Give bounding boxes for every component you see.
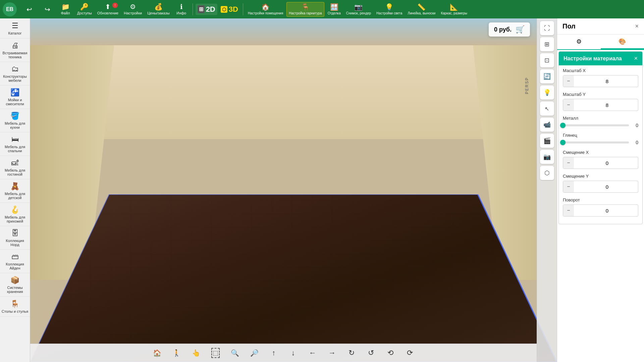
- sidebar-item-constructors[interactable]: 🗂 Конструкторы мебели: [0, 62, 30, 85]
- furniture-settings-button[interactable]: 🪑 Настройка гарнитура: [286, 2, 324, 17]
- grid-button[interactable]: ⊞: [540, 37, 554, 51]
- light-settings-button[interactable]: 💡 Настройки света: [374, 2, 404, 16]
- crop-button[interactable]: ⊡: [540, 53, 554, 67]
- access-button[interactable]: 🔑 Доступы: [75, 2, 94, 16]
- view-2d-button[interactable]: ⊞ 2D: [196, 4, 217, 15]
- sidebar-item-storage[interactable]: 📦 Системы хранения: [0, 273, 30, 297]
- material-panel-close-button[interactable]: ×: [634, 55, 638, 62]
- panel-close-button[interactable]: ×: [635, 23, 639, 30]
- prices-button[interactable]: 💰 Цены/заказы: [145, 2, 171, 16]
- select-rect-icon: ⬚: [211, 348, 220, 358]
- cart-icon[interactable]: 🛒: [516, 25, 525, 34]
- tables-icon: 🪑: [10, 300, 19, 308]
- gloss-slider-track[interactable]: [563, 141, 629, 143]
- offset-x-input[interactable]: [574, 158, 638, 168]
- metal-slider-track[interactable]: [563, 124, 629, 126]
- gloss-slider-container: 0: [563, 140, 638, 145]
- sidebar-item-kids[interactable]: 🧸 Мебель для детской: [0, 179, 30, 203]
- rotation-input[interactable]: [574, 206, 638, 216]
- info-button[interactable]: ℹ Инфо: [173, 2, 190, 16]
- sidebar-item-builtin[interactable]: 🖨 Встраиваемая техника: [0, 39, 30, 62]
- sidebar-item-sinks[interactable]: 🚰 Мойки и смесители: [0, 85, 30, 109]
- undo-icon: ↩: [26, 6, 32, 13]
- home-view-button[interactable]: 🏠: [151, 347, 163, 359]
- metal-slider-thumb[interactable]: [560, 123, 566, 128]
- scale-x-label: Масштаб X: [563, 68, 638, 73]
- walk-button[interactable]: 🚶: [170, 347, 183, 359]
- scale-x-minus-button[interactable]: −: [563, 75, 574, 87]
- hallway-icon: 🪝: [10, 205, 19, 214]
- scale-y-input[interactable]: [574, 100, 638, 110]
- tab-settings[interactable]: ⚙: [557, 35, 601, 49]
- price-badge: 0 руб. 🛒: [489, 22, 530, 37]
- sidebar-item-bedroom[interactable]: 🛏 Мебель для спальни: [0, 132, 30, 156]
- sidebar-item-tables[interactable]: 🪑 Столы и стулья: [0, 297, 30, 317]
- prices-icon: 💰: [154, 3, 163, 10]
- camera-button[interactable]: 📷: [540, 150, 554, 164]
- sidebar-item-hallway[interactable]: 🪝 Мебель для прихожей: [0, 203, 30, 226]
- offset-x-minus-button[interactable]: −: [563, 157, 574, 169]
- rotate-ccw-icon: ↺: [368, 349, 374, 357]
- sidebar-item-aiden[interactable]: 🗃 Коллекция Айден: [0, 250, 30, 273]
- move-right-button[interactable]: →: [326, 347, 338, 359]
- file-button[interactable]: 📁 Файл: [57, 2, 74, 16]
- app-logo[interactable]: EB: [3, 2, 17, 16]
- ruler-button[interactable]: 📏 Линейка, выноски: [406, 2, 437, 16]
- move-down-button[interactable]: ↓: [287, 347, 300, 359]
- update-icon: ⬆: [105, 3, 111, 10]
- zoom-out-button[interactable]: 🔎: [248, 347, 261, 359]
- cursor-button[interactable]: ↖: [540, 102, 554, 116]
- kitchen-icon: 🪣: [10, 112, 19, 120]
- view-3d-button[interactable]: ⬡ 3D: [219, 4, 240, 15]
- rotate3d-icon: 🔄: [543, 73, 551, 80]
- move-left-button[interactable]: ←: [306, 347, 319, 359]
- video-button[interactable]: 📹: [540, 118, 554, 132]
- fullscreen-button[interactable]: ⛶: [540, 21, 554, 35]
- tab-paint[interactable]: 🎨: [601, 35, 644, 49]
- sidebar-item-nord[interactable]: 🗄 Коллекция Норд: [0, 226, 30, 250]
- room-settings-icon: 🏠: [261, 4, 270, 10]
- rotation-minus-button[interactable]: −: [563, 205, 574, 216]
- sidebar-item-kitchen[interactable]: 🪣 Мебель для кухни: [0, 109, 30, 132]
- redo-button[interactable]: ↪: [39, 5, 56, 14]
- rotate-ccw-button[interactable]: ↺: [365, 347, 377, 359]
- file-icon: 📁: [61, 3, 70, 10]
- scale-y-minus-button[interactable]: −: [563, 99, 574, 111]
- right-panel: Пол × ⚙ 🎨 Настройки материала × Масштаб …: [557, 18, 644, 362]
- light-button[interactable]: 💡: [540, 85, 554, 100]
- sidebar-item-catalog[interactable]: ☰ Каталог: [0, 18, 30, 39]
- gloss-slider-thumb[interactable]: [560, 140, 566, 145]
- room-settings-button[interactable]: 🏠 Настройки помещения: [246, 2, 285, 16]
- frame-button[interactable]: 📐 Каркас, размеры: [439, 2, 469, 16]
- update-button[interactable]: ⬆ Обновление !: [95, 2, 121, 16]
- undo-view-button[interactable]: ⟲: [384, 347, 397, 359]
- offset-x-label: Смещение X: [563, 150, 638, 155]
- render-icon: 📷: [354, 4, 363, 10]
- scale-x-input[interactable]: [574, 76, 638, 86]
- rotate3d-button[interactable]: 🔄: [540, 69, 554, 83]
- zoom-out-icon: 🔎: [250, 349, 259, 357]
- undo-view-icon: ⟲: [387, 349, 393, 357]
- living-icon: 🛋: [11, 159, 19, 167]
- redo-view-icon: ⟳: [407, 349, 413, 357]
- offset-y-input[interactable]: [574, 182, 638, 192]
- move-up-button[interactable]: ↑: [267, 347, 280, 359]
- metal-slider-container: 0: [563, 123, 638, 128]
- rotate-cw-button[interactable]: ↻: [345, 347, 358, 359]
- cube-button[interactable]: ⬡: [540, 166, 554, 180]
- rotation-label: Поворот: [563, 197, 638, 202]
- zoom-in-button[interactable]: 🔍: [228, 347, 241, 359]
- touch-button[interactable]: 👆: [190, 347, 202, 359]
- offset-y-minus-button[interactable]: −: [563, 181, 574, 192]
- viewport-3d[interactable]: 0 руб. 🛒 PERSP ⛶ ⊞ ⊡ 🔄 💡 ↖: [30, 18, 557, 362]
- video-off-button[interactable]: 🎬: [540, 134, 554, 148]
- decoration-button[interactable]: 🪟 Отделка: [326, 2, 343, 16]
- select-rect-button[interactable]: ⬚: [209, 347, 222, 359]
- redo-view-button[interactable]: ⟳: [404, 347, 416, 359]
- render-button[interactable]: 📷 Снимок, рендер: [344, 2, 373, 16]
- sidebar-item-living[interactable]: 🛋 Мебель для гостиной: [0, 156, 30, 179]
- gloss-label: Глянец: [563, 133, 638, 138]
- undo-button[interactable]: ↩: [21, 5, 38, 14]
- settings-button[interactable]: ⚙ Настройки: [122, 2, 144, 16]
- rotate-cw-icon: ↻: [348, 349, 355, 357]
